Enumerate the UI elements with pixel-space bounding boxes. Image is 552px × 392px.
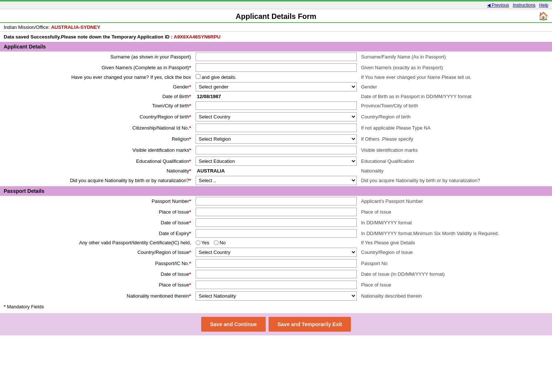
citizenship-row: Citizenship/National Id No.* If not appl…: [0, 123, 552, 133]
nationality-therein-label: Nationality mentioned therein*: [0, 290, 193, 302]
acquire-nat-select[interactable]: Select .. Birth Naturalization: [196, 176, 357, 185]
country-issue-label: Country/Region of Issue*: [0, 247, 193, 258]
save-exit-button[interactable]: Save and Temporarily Exit: [269, 317, 351, 332]
country-birth-label: Country/Region of birth*: [0, 111, 193, 123]
passport-number-label: Passport Number*: [0, 196, 193, 207]
religion-hint: If Others .Please specify: [359, 133, 552, 145]
passport-section-header: Passport Details: [0, 186, 552, 196]
app-id: A9X6XA46SYN6RPU: [174, 34, 220, 40]
date-issue2-hint: Date of Issue (In DD/MM/YYYY format): [359, 269, 552, 279]
visible-marks-input-cell: [193, 145, 359, 155]
religion-select-cell: Select Religion Hindu Muslim Christian S…: [193, 133, 359, 145]
place-issue2-row: Place of Issue* Place of Issue: [0, 279, 552, 290]
nationality-value: AUSTRALIA: [196, 167, 226, 175]
visible-marks-label: Visible identification marks*: [0, 145, 193, 155]
date-issue-row: Date of Issue* In DD/MM/YYYY format: [0, 217, 552, 228]
passport-number-input-cell: [193, 196, 359, 207]
given-name-label: Given Name/s (Complete as in Passport)*: [0, 62, 193, 73]
passport-form-table: Passport Number* Applicant's Passport Nu…: [0, 196, 552, 302]
date-expiry-input[interactable]: [196, 229, 357, 238]
nationality-row: Nationality* AUSTRALIA Nationality: [0, 167, 552, 175]
acquire-nat-label: Did you acquire Nationality by birth or …: [0, 175, 193, 186]
nationality-therein-select[interactable]: Select Nationality Afghan Albanian Austr…: [196, 291, 357, 301]
education-label: Educational Qualification*: [0, 155, 193, 167]
date-issue2-input[interactable]: [196, 270, 357, 278]
acquire-nat-select-cell: Select .. Birth Naturalization: [193, 175, 359, 186]
given-name-hint: Given Name/s (exactly as in Passport): [359, 62, 552, 73]
mission-label: Indian Mission/Office:: [4, 24, 50, 30]
dob-label: Date of Birth*: [0, 93, 193, 100]
surname-hint: Surname/Family Name (As in Passport): [359, 51, 552, 62]
other-passport-no-label[interactable]: No: [214, 240, 226, 245]
mission-bar: Indian Mission/Office: AUSTRALIA-SYDNEY: [0, 23, 552, 32]
education-hint: Educational Qualification: [359, 155, 552, 167]
other-passport-row: Any other valid Passport/Identity Certif…: [0, 239, 552, 247]
dob-value-cell: 12/08/1987: [193, 93, 359, 100]
changed-name-checkbox[interactable]: [196, 74, 200, 79]
town-input[interactable]: [196, 101, 357, 110]
gender-select-cell: Select gender Male Female Transgender: [193, 81, 359, 93]
religion-label: Religion*: [0, 133, 193, 145]
date-expiry-label: Date of Expiry*: [0, 228, 193, 239]
other-passport-no-radio[interactable]: [214, 240, 219, 245]
date-issue-hint: In DD/MM/YYYY format: [359, 217, 552, 228]
place-issue2-label: Place of Issue*: [0, 279, 193, 290]
country-birth-hint: Country/Region of birth: [359, 111, 552, 123]
visible-marks-row: Visible identification marks* Visible id…: [0, 145, 552, 155]
date-expiry-hint: In DD/MM/YYYY format.Minimum Six Month V…: [359, 228, 552, 239]
nav-link-2[interactable]: Instructions: [513, 3, 535, 8]
place-issue-label: Place of Issue*: [0, 207, 193, 217]
gender-select[interactable]: Select gender Male Female Transgender: [196, 82, 357, 91]
place-issue2-hint: Place of Issue: [359, 279, 552, 290]
surname-input[interactable]: [196, 53, 357, 61]
town-hint: Province/Town/City of birth: [359, 100, 552, 111]
nav-link-3[interactable]: Help: [539, 3, 548, 8]
dob-hint: Date of Birth as in Passport in DD/MM/YY…: [359, 93, 552, 100]
applicant-form-table: Surname (as shown in your Passport) Surn…: [0, 51, 552, 186]
country-issue-row: Country/Region of Issue* Select Country …: [0, 247, 552, 258]
other-passport-yes-radio[interactable]: [196, 240, 200, 245]
surname-row: Surname (as shown in your Passport) Surn…: [0, 51, 552, 62]
passport-ic-input[interactable]: [196, 259, 357, 268]
religion-row: Religion* Select Religion Hindu Muslim C…: [0, 133, 552, 145]
changed-name-label: Have you ever changed your name? If yes,…: [0, 73, 193, 81]
other-passport-label: Any other valid Passport/Identity Certif…: [0, 239, 193, 247]
country-issue-select[interactable]: Select Country Afghanistan Albania Austr…: [196, 248, 357, 257]
passport-number-input[interactable]: [196, 197, 357, 205]
place-issue-input[interactable]: [196, 208, 357, 216]
date-expiry-row: Date of Expiry* In DD/MM/YYYY format.Min…: [0, 228, 552, 239]
gender-label: Gender*: [0, 81, 193, 93]
citizenship-input[interactable]: [196, 124, 357, 132]
date-issue-input-cell: [193, 217, 359, 228]
country-birth-select[interactable]: Select Country Australia India USA: [196, 112, 357, 121]
place-issue-input-cell: [193, 207, 359, 217]
country-issue-hint: Country/Region of Issue: [359, 247, 552, 258]
surname-label: Surname (as shown in your Passport): [0, 51, 193, 62]
nationality-therein-hint: Nationality described therein: [359, 290, 552, 302]
visible-marks-input[interactable]: [196, 146, 357, 154]
footer-buttons: Save and Continue Save and Temporarily E…: [0, 313, 552, 335]
dob-value: 12/08/1987: [196, 93, 223, 100]
gender-hint: Gender: [359, 81, 552, 93]
home-icon[interactable]: 🏠: [538, 11, 548, 21]
other-passport-yes-label[interactable]: Yes: [196, 240, 209, 245]
nav-link-1[interactable]: ◀ Previous: [487, 3, 509, 8]
date-issue2-label: Date of Issue*: [0, 269, 193, 279]
applicant-section-header: Applicant Details: [0, 42, 552, 51]
education-select[interactable]: Select Education Below Matriculation Mat…: [196, 157, 357, 166]
other-passport-radio-cell: Yes No: [193, 239, 359, 247]
surname-input-cell: [193, 51, 359, 62]
date-expiry-input-cell: [193, 228, 359, 239]
nationality-value-cell: AUSTRALIA: [193, 167, 359, 175]
given-name-input-cell: [193, 62, 359, 73]
visible-marks-hint: Visible identification marks: [359, 145, 552, 155]
mandatory-note: * Mandatory Fields: [0, 302, 552, 312]
save-continue-button[interactable]: Save and Continue: [201, 317, 266, 332]
place-issue-hint: Place of Issue: [359, 207, 552, 217]
given-name-input[interactable]: [196, 63, 357, 72]
religion-select[interactable]: Select Religion Hindu Muslim Christian S…: [196, 134, 357, 144]
passport-ic-hint: Passport No: [359, 258, 552, 269]
place-issue2-input-cell: [193, 279, 359, 290]
date-issue-input[interactable]: [196, 218, 357, 227]
place-issue2-input[interactable]: [196, 281, 357, 289]
